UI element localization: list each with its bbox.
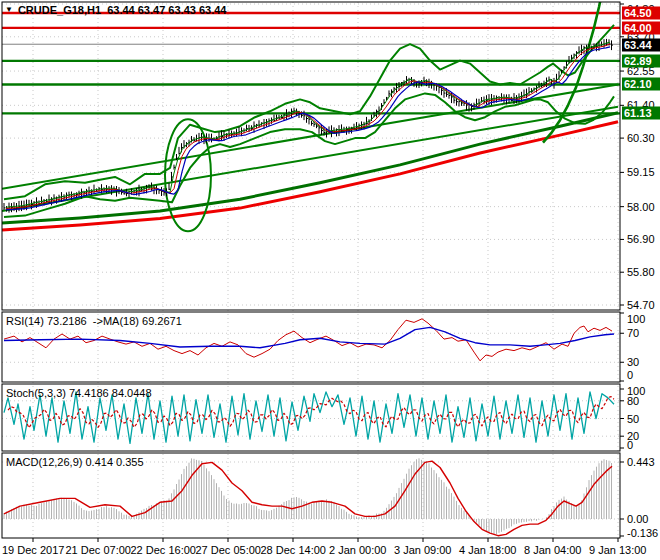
symbol-title: ▼ CRUDE_G18,H1 63.44 63.47 63.43 63.44 [5,4,226,16]
rsi-tick-label: 0 [627,369,633,381]
stoch-tick-label: 50 [627,413,639,425]
time-label: 2 Jan 00:00 [329,544,387,556]
chevron-down-icon[interactable]: ▼ [5,6,13,14]
macd-indicator-label: MACD(12,26,9) 0.414 0.355 [6,456,144,468]
price-tick-label: 55.80 [627,266,655,278]
price-tick-label: 56.90 [627,233,655,245]
stoch-tick-label: 80 [627,395,639,407]
trading-chart-window: ▼ CRUDE_G18,H1 63.44 63.47 63.43 63.44 R… [0,0,660,560]
support-level-badge: 62.10 [622,78,660,91]
macd-tick-label: 0.00 [627,513,648,525]
price-tick-label: 59.15 [627,166,655,178]
time-label: 9 Jan 13:00 [589,544,647,556]
resistance-level-badge: 64.50 [622,6,660,19]
support-level-badge: 62.89 [622,54,660,67]
time-label: 21 Dec 07:00 [66,544,131,556]
time-label: 28 Dec 14:00 [261,544,326,556]
time-label: 8 Jan 04:00 [524,544,582,556]
time-label: 27 Dec 05:00 [196,544,261,556]
rsi-tick-label: 30 [627,356,639,368]
time-label: 19 Dec 2017 [2,544,64,556]
price-tick-label: 60.30 [627,132,655,144]
stoch-indicator-label: Stoch(5,3,3) 74.4186 84.0448 [6,387,152,399]
rsi-indicator-label: RSI(14) 73.2186 ->MA(18) 69.2671 [6,315,182,327]
rsi-tick-label: 100 [627,313,645,325]
chart-canvas[interactable] [0,0,660,560]
resistance-level-badge: 64.00 [622,21,660,34]
current-price-badge: 63.44 [622,38,660,51]
time-label: 4 Jan 18:00 [459,544,517,556]
macd-tick-label: -0.136 [627,527,658,539]
support-level-badge: 61.13 [622,107,660,120]
price-tick-label: 54.70 [627,299,655,311]
rsi-tick-label: 70 [627,327,639,339]
time-label: 22 Dec 16:00 [131,544,196,556]
stoch-tick-label: 0 [627,439,633,451]
price-tick-label: 58.00 [627,201,655,213]
symbol-ohlc-text: CRUDE_G18,H1 63.44 63.47 63.43 63.44 [18,4,227,16]
time-label: 3 Jan 09:00 [394,544,452,556]
macd-tick-label: 0.443 [627,456,655,468]
